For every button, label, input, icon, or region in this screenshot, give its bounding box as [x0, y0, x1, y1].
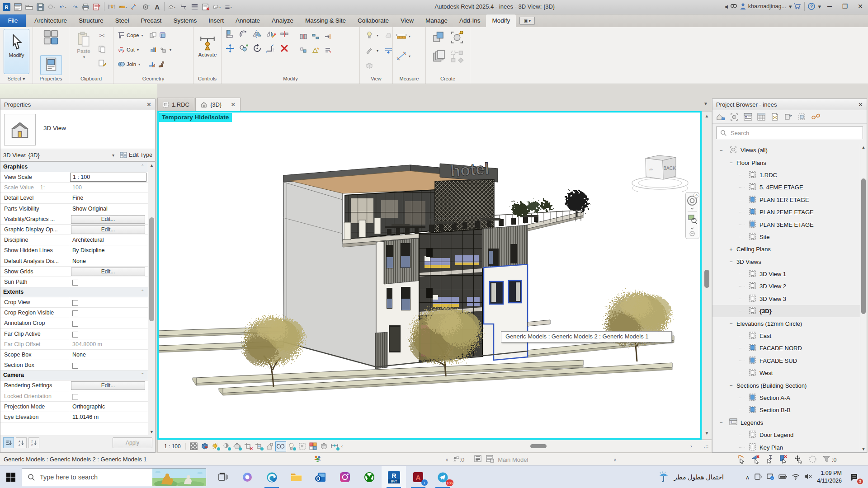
property-value[interactable]: By Discipline — [69, 245, 148, 255]
browser-scrollbar[interactable]: ▲ ▼ — [860, 144, 867, 452]
sync-dropdown-icon[interactable]: ▾ — [46, 1, 57, 13]
apply-button[interactable]: Apply — [113, 437, 152, 448]
sort-descending-button[interactable]: ZA — [28, 437, 39, 448]
property-checkbox[interactable] — [72, 280, 78, 286]
navbar-close-icon[interactable]: ✕ — [693, 192, 699, 198]
activate-controls-button[interactable]: Activate — [196, 31, 219, 72]
model-list-icon[interactable] — [474, 455, 482, 464]
crop-view-off-icon[interactable]: ✕ — [243, 441, 254, 451]
properties-close-icon[interactable]: ✕ — [146, 101, 151, 108]
panel-label-clipboard[interactable]: Clipboard — [69, 76, 113, 84]
tree-item--3d-[interactable]: {3D} — [712, 305, 860, 317]
mirror-draw-icon[interactable] — [266, 29, 276, 39]
create-parts-icon[interactable] — [449, 49, 465, 64]
edit-button[interactable]: Edit... — [71, 267, 145, 276]
cut-profile-icon[interactable] — [364, 61, 374, 71]
cut-to-clipboard-icon[interactable]: ✂ — [97, 31, 107, 41]
detach-icon[interactable] — [783, 112, 794, 122]
open-folder-icon[interactable] — [24, 1, 34, 13]
customize-dropdown-icon[interactable]: ▾ — [223, 1, 234, 13]
text-icon[interactable]: A — [151, 1, 162, 13]
property-value[interactable]: Fine — [69, 193, 148, 203]
property-section-graphics[interactable]: Graphics⌃ — [0, 162, 148, 172]
selection-box-icon[interactable] — [797, 112, 807, 122]
taskbar-app-file-explorer[interactable] — [284, 466, 308, 488]
property-value[interactable]: Orthographic — [69, 402, 148, 412]
modify-extra-icon-2[interactable] — [324, 33, 332, 41]
split-element-icon[interactable] — [279, 29, 289, 39]
tree-item-3d-view-2[interactable]: 3D View 2 — [712, 280, 860, 292]
model-3d-view[interactable]: hotel — [159, 113, 700, 438]
undo-dropdown-icon[interactable]: ▾ — [57, 1, 68, 13]
delete-icon[interactable] — [279, 43, 289, 53]
property-value[interactable]: 11.0146 m — [69, 412, 148, 422]
viewport-vertical-scrollbar[interactable]: ▲ ▼ — [702, 111, 712, 440]
cut-button[interactable]: Cut — [127, 47, 135, 52]
start-button[interactable] — [0, 466, 22, 488]
family-properties-button[interactable] — [40, 55, 62, 75]
taskbar-app-xbox[interactable] — [357, 466, 382, 488]
panel-label-modify[interactable]: Modify — [222, 76, 359, 84]
shadows-icon[interactable] — [221, 441, 232, 451]
tree-toggle-icon[interactable]: − — [729, 258, 733, 265]
taskbar-clock[interactable]: 1:09 PM 4/11/2026 — [817, 469, 842, 485]
schedule-table-icon[interactable] — [756, 112, 767, 122]
ribbon-tab-systems[interactable]: Systems — [167, 14, 203, 27]
ribbon-tab-view[interactable]: View — [395, 14, 420, 27]
ribbon-tab-file[interactable]: File — [0, 14, 26, 27]
taskbar-app-edge[interactable] — [259, 466, 284, 488]
property-value[interactable]: Edit... — [69, 267, 148, 277]
tree-item-3d-views[interactable]: −3D Views — [712, 256, 860, 268]
isolate-icon[interactable] — [297, 441, 308, 451]
edit-button[interactable]: Edit... — [71, 215, 145, 224]
detail-level-icon[interactable] — [199, 441, 210, 451]
property-value[interactable]: Edit... — [69, 225, 148, 235]
thin-lines-icon[interactable] — [189, 1, 200, 13]
property-value[interactable]: Edit... — [69, 214, 148, 224]
tree-item-sections-building-section-[interactable]: −Sections (Building Section) — [712, 379, 860, 391]
sun-settings-icon[interactable] — [210, 441, 221, 451]
property-value[interactable] — [69, 329, 148, 339]
modify-extra-icon-1[interactable] — [311, 33, 320, 41]
tree-item-section-a-a[interactable]: Section A-A — [712, 392, 860, 404]
tree-toggle-icon[interactable]: − — [729, 320, 733, 327]
project-browser-header[interactable]: Project Browser - inees ✕ — [712, 99, 867, 110]
viewport-horizontal-scrollbar[interactable]: ‹ › — [340, 440, 704, 452]
disallow-join-icon[interactable] — [751, 455, 760, 465]
tree-item-west[interactable]: West — [712, 367, 860, 379]
cope-button[interactable]: Cope — [127, 33, 139, 38]
render-icon[interactable] — [232, 441, 243, 451]
panel-label-create[interactable]: Create — [426, 76, 470, 84]
split-layers-icon[interactable] — [150, 46, 158, 54]
tree-item-3d-view-3[interactable]: 3D View 3 — [712, 293, 860, 305]
tray-expand-icon[interactable]: ∧ — [745, 474, 750, 481]
release-worksets-icon[interactable] — [737, 455, 746, 465]
modify-extra-icon-4[interactable] — [311, 46, 320, 54]
expand-selection-icon[interactable] — [729, 112, 740, 122]
aligned-dimension-icon[interactable] — [106, 1, 117, 13]
ribbon-tab-architecture[interactable]: Architecture — [28, 14, 73, 27]
measure-tape-icon[interactable] — [396, 31, 406, 41]
wall-joins-icon[interactable] — [148, 60, 156, 68]
editable-only-icon[interactable]: :0 — [452, 456, 464, 464]
tree-item-section-b-b[interactable]: Section B-B — [712, 404, 860, 416]
sort-default-button[interactable] — [3, 437, 14, 448]
taskbar-app-telegram[interactable]: 186 — [430, 466, 455, 488]
restore-button[interactable]: ❐ — [838, 1, 852, 12]
switch-windows-dropdown-icon[interactable]: ▾ — [212, 1, 222, 13]
tree-toggle-icon[interactable]: − — [729, 382, 733, 389]
link-icon[interactable] — [810, 112, 821, 122]
panel-label-measure[interactable]: Measure — [393, 76, 425, 84]
property-value[interactable]: 1 : 100 — [69, 172, 148, 182]
tree-toggle-icon[interactable]: − — [729, 160, 733, 166]
panel-label-properties[interactable]: Properties — [33, 76, 69, 84]
offset-icon[interactable] — [239, 29, 249, 39]
snip-icon[interactable] — [766, 473, 774, 482]
unlocked-view-icon[interactable] — [264, 441, 275, 451]
property-value[interactable] — [69, 360, 148, 370]
taskbar-search-box[interactable]: Type here to search — [22, 468, 206, 486]
temporary-hide-isolate-icon[interactable] — [286, 441, 297, 451]
trim-icon[interactable] — [266, 43, 276, 53]
legend-list-icon[interactable] — [742, 112, 753, 122]
view-tab-1RDC[interactable]: 1.RDC — [157, 98, 194, 111]
